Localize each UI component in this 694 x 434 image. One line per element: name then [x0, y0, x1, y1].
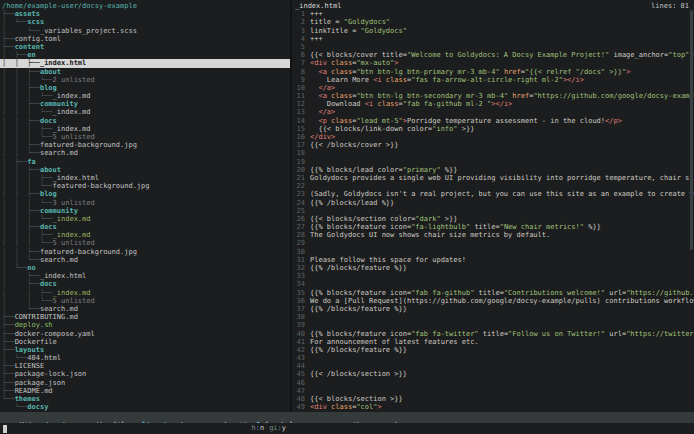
- tree-file-row[interactable]: │ ├──_index.html: [0, 272, 290, 280]
- entry-name: docs: [40, 117, 57, 125]
- tree-file-row[interactable]: │ │ │ └──_index.md: [0, 215, 290, 223]
- tree-file-row[interactable]: │ └──404.html: [0, 354, 290, 362]
- code-line: 35{{% blocks/feature icon="fab fa-github…: [292, 289, 694, 297]
- code-token: "fab fa-github": [411, 289, 474, 297]
- tree-dir-row[interactable]: │ │ ├──docs: [0, 223, 290, 231]
- entry-name: _index.md: [53, 289, 91, 297]
- code-token: {{% /blocks/lead %}}: [310, 199, 394, 207]
- tree-dir-row[interactable]: │ │ ├──blog: [0, 190, 290, 198]
- code-token: For announcement of latest features etc.: [310, 338, 479, 346]
- tree-file-row[interactable]: │ └──search.md: [0, 305, 290, 313]
- entry-name: Dockerfile: [15, 338, 57, 346]
- tree-file-row[interactable]: ├──README.md: [0, 387, 290, 395]
- code-token: Please follow this space for updates!: [310, 256, 466, 264]
- tree-file-row[interactable]: │ │ └──search.md: [0, 256, 290, 264]
- tree-dir-row[interactable]: │ └──scss: [0, 18, 290, 26]
- entry-name: _index.md: [53, 125, 91, 133]
- tree-file-row[interactable]: ├──docker-compose.yaml: [0, 330, 290, 338]
- tree-file-row[interactable]: │ │ ├──featured-background.jpg: [0, 141, 290, 149]
- tree-dir-row[interactable]: │ └──no: [0, 264, 290, 272]
- tree-branch-lines: │ │ ├──: [2, 84, 40, 92]
- entry-name: 2 unlisted: [53, 76, 95, 84]
- tree-branch-lines: ├──: [2, 338, 15, 346]
- tree-file-row[interactable]: ├──config.toml: [0, 35, 290, 43]
- line-number: 10: [292, 84, 305, 92]
- code-line: 14 <p class="lead mt-5">Porridge tempera…: [292, 117, 694, 125]
- tree-file-row[interactable]: │ │ ├──featured-background.jpg: [0, 248, 290, 256]
- preview-scrollbar[interactable]: [690, 10, 693, 250]
- tree-dir-row[interactable]: │ │ ├──blog: [0, 84, 290, 92]
- code-token: <div: [310, 59, 327, 67]
- tree-dir-row[interactable]: │ │ ├──community: [0, 207, 290, 215]
- tree-dir-row[interactable]: │ │ ├──community: [0, 100, 290, 108]
- code-token: "col": [356, 403, 377, 411]
- entry-name: search.md: [40, 256, 78, 264]
- tree-file-row[interactable]: │ │ │ └──featured-background.jpg: [0, 182, 290, 190]
- tree-branch-lines: ├──: [2, 43, 15, 51]
- tree-dir-row[interactable]: │ ├──docs: [0, 280, 290, 288]
- tree-file-row[interactable]: ├──LICENSE: [0, 362, 290, 370]
- code-token: </a>: [318, 84, 335, 92]
- code-token: We do a [Pull Request](https://github.co…: [310, 297, 694, 305]
- tree-file-row[interactable]: ├──CONTRIBUTING.md: [0, 313, 290, 321]
- code-token: Porridge temperature assessment - in the…: [407, 117, 605, 125]
- code-token: {{% blocks/feature icon=: [310, 289, 411, 297]
- line-number: 38: [292, 313, 305, 321]
- tree-branch-lines: │ │ │ └──: [2, 108, 53, 116]
- tree-file-row[interactable]: │ │ │ ├──_index.html: [0, 174, 290, 182]
- code-token: class: [327, 403, 352, 411]
- tree-file-row[interactable]: │ └──_variables_project.scss: [0, 27, 290, 35]
- tree-file-row[interactable]: │ │ ├──_index.md: [0, 289, 290, 297]
- code-line: 47: [292, 387, 694, 395]
- preview-input-area[interactable]: [290, 423, 694, 434]
- tree-branch-lines: │ │ │ ├──: [2, 174, 53, 182]
- tree-file-row[interactable]: │ │ │ └──_index.md: [0, 92, 290, 100]
- preview-code[interactable]: 1+++2title = "Goldydocs"3linkTitle = "Go…: [292, 10, 694, 411]
- code-line: 17{{< /blocks/cover >}}: [292, 141, 694, 149]
- tree-branch-lines: │ │ ├──: [2, 190, 40, 198]
- entry-name: blog: [40, 84, 57, 92]
- entry-name: en: [27, 51, 35, 59]
- tree-dir-row[interactable]: │ │ ├──about: [0, 166, 290, 174]
- tree-dir-row[interactable]: │ ├──fa: [0, 158, 290, 166]
- entry-name: about: [40, 166, 61, 174]
- tree-dir-row[interactable]: │ │ ├──about: [0, 68, 290, 76]
- tree-dir-row[interactable]: │ ├──en: [0, 51, 290, 59]
- code-token: "{{< relref "/docs" >}}": [525, 68, 626, 76]
- tree-file-row[interactable]: │ │ │ └──_index.md: [0, 108, 290, 116]
- line-number: 17: [292, 141, 305, 149]
- code-line: 40{{% blocks/feature icon="fab fa-twitte…: [292, 330, 694, 338]
- code-token: "Contributions welcome!": [504, 289, 605, 297]
- search-input[interactable]: h:ngi:y: [0, 423, 290, 434]
- tree-branch-lines: │ │ │ └──: [2, 92, 53, 100]
- panels: /home/example-user/docsy-example├──asset…: [0, 0, 694, 412]
- code-token: (Sadly, Goldydocs isn't a real project, …: [310, 190, 694, 198]
- line-number: 15: [292, 125, 305, 133]
- tree-file-row[interactable]: │ │ │ ├──_index.md: [0, 231, 290, 239]
- line-number: 16: [292, 133, 305, 141]
- code-token: title=: [470, 223, 500, 231]
- tree-branch-lines: │ │ ├──: [2, 100, 40, 108]
- tree-branch-lines: │ │ │ └──: [2, 215, 53, 223]
- tree-dir-row[interactable]: │ │ ├──docs: [0, 117, 290, 125]
- code-line: 8 <a class="btn btn-lg btn-primary mr-3 …: [292, 68, 694, 76]
- tree-dir-row[interactable]: ├──content: [0, 43, 290, 51]
- tree-branch-lines: │ │ ├──: [2, 68, 40, 76]
- code-line: 31Please follow this space for updates!: [292, 256, 694, 264]
- tree-file-row[interactable]: ├──package-lock.json: [0, 370, 290, 378]
- tree-dir-row[interactable]: └──docsy: [0, 403, 290, 411]
- tree-file-row[interactable]: ├──Dockerfile: [0, 338, 290, 346]
- tree-file-row[interactable]: ├──deploy.sh: [0, 321, 290, 329]
- tree-file-row[interactable]: │ │ └──search.md: [0, 149, 290, 157]
- code-line: 36We do a [Pull Request](https://github.…: [292, 297, 694, 305]
- code-line: 48{{< blocks/section >}}: [292, 395, 694, 403]
- tree-file-row[interactable]: │ │ │ ├──_index.md: [0, 125, 290, 133]
- tree-dir-row[interactable]: ├──layouts: [0, 346, 290, 354]
- tree-file-row[interactable]: ├──package.json: [0, 379, 290, 387]
- tree-branch-lines: │ │ │ └──: [2, 133, 53, 141]
- flag-gi: gi:y: [269, 424, 286, 432]
- code-line: 4+++: [292, 35, 694, 43]
- tree-file-row[interactable]: │ │ ├──_index.html: [0, 59, 290, 67]
- tree-dir-row[interactable]: └──themes: [0, 395, 290, 403]
- tree-dir-row[interactable]: ├──assets: [0, 10, 290, 18]
